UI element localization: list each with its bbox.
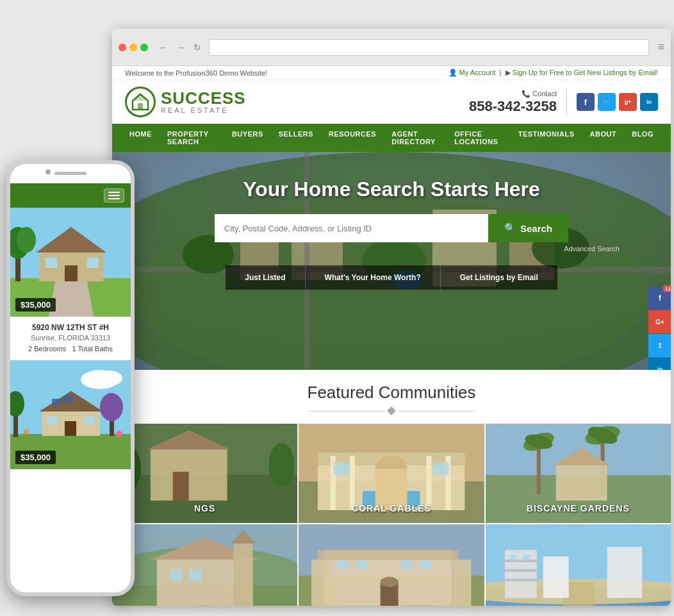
svg-rect-8 xyxy=(45,258,57,268)
phone-app-header xyxy=(10,183,131,208)
svg-rect-9 xyxy=(87,258,99,268)
hamburger-line xyxy=(108,192,120,193)
minimize-button[interactable] xyxy=(129,44,137,51)
svg-point-95 xyxy=(381,577,399,587)
community-cell-5[interactable]: COCONUT CREEK xyxy=(299,524,484,606)
twitter-header-icon[interactable]: 🐦 xyxy=(598,93,616,111)
nav-link-agent-directory[interactable]: AGENT DIRECTORY xyxy=(384,124,447,152)
svg-rect-102 xyxy=(607,547,642,598)
nav-link-resources[interactable]: RESOURCES xyxy=(321,124,384,144)
facebook-count: 11 xyxy=(663,285,671,292)
svg-point-50 xyxy=(268,443,294,488)
nav-item-property-search[interactable]: PROPERTY SEARCH xyxy=(160,124,224,152)
header-social-icons: f 🐦 g+ in xyxy=(577,93,658,111)
community-cell-1[interactable]: NGS xyxy=(112,424,297,523)
community-label-2: CORAL GABLES xyxy=(299,503,484,513)
browser-chrome: ← → ↻ ≡ xyxy=(112,29,671,66)
property-card-1[interactable]: $35,000 5920 NW 12TH ST #H Sunrise, FLOR… xyxy=(10,208,131,359)
address-bar[interactable] xyxy=(209,39,649,56)
community-cell-4[interactable]: ON xyxy=(112,524,297,606)
maximize-button[interactable] xyxy=(140,44,148,51)
twitter-sidebar-icon: t xyxy=(659,341,661,350)
nav-link-blog[interactable]: BLOG xyxy=(624,124,661,144)
search-bar: 🔍 Search xyxy=(215,214,568,242)
nav-item-about[interactable]: ABOUT xyxy=(582,124,625,152)
sidebar-googleplus[interactable]: G+ xyxy=(648,310,671,333)
nav-item-agent-directory[interactable]: AGENT DIRECTORY xyxy=(384,124,447,152)
nav-item-buyers[interactable]: BUYERS xyxy=(224,124,271,152)
svg-marker-29 xyxy=(133,94,148,101)
community-bg-coconut-creek xyxy=(299,524,484,606)
nav-item-testimonials[interactable]: TESTIMONIALS xyxy=(511,124,582,152)
get-listings-button[interactable]: Get Listings by Email xyxy=(441,265,557,290)
nav-link-office-locations[interactable]: OFFICE LOCATIONS xyxy=(447,124,511,152)
nav-link-testimonials[interactable]: TESTIMONIALS xyxy=(511,124,582,144)
featured-communities-title: Featured Communities xyxy=(112,383,671,403)
hero-content: Your Home Search Starts Here 🔍 Search Ad… xyxy=(112,178,671,290)
nav-item-office-locations[interactable]: OFFICE LOCATIONS xyxy=(447,124,511,152)
my-account-link[interactable]: My Account xyxy=(459,69,496,76)
contact-label: Contact xyxy=(532,90,557,97)
svg-rect-89 xyxy=(452,560,472,606)
svg-rect-81 xyxy=(170,569,183,581)
property-card-2[interactable]: $35,000 xyxy=(10,360,131,469)
property-details-1: 2 Bedrooms 1 Total Baths xyxy=(17,345,124,353)
nav-item-home[interactable]: HOME xyxy=(122,124,160,152)
signup-link[interactable]: Sign Up for Free to Get New Listings by … xyxy=(513,69,658,76)
svg-rect-82 xyxy=(189,569,202,581)
fc-divider xyxy=(112,408,671,414)
community-cell-2[interactable]: CORAL GABLES xyxy=(299,424,484,523)
traffic-lights xyxy=(119,44,148,51)
nav-item-resources[interactable]: RESOURCES xyxy=(321,124,384,152)
community-bg-on xyxy=(112,524,297,606)
nav-link-buyers[interactable]: BUYERS xyxy=(224,124,271,144)
community-cell-6[interactable]: RIVIERA BEACH xyxy=(486,524,671,606)
property-info-1: 5920 NW 12TH ST #H Sunrise, FLORIDA 3331… xyxy=(10,317,131,359)
refresh-button[interactable]: ↻ xyxy=(191,41,204,54)
nav-link-about[interactable]: ABOUT xyxy=(582,124,625,144)
phone-content: $35,000 5920 NW 12TH ST #H Sunrise, FLOR… xyxy=(10,164,131,592)
back-button[interactable]: ← xyxy=(156,41,170,54)
communities-grid: NGS xyxy=(112,424,671,606)
browser-nav: ← → ↻ xyxy=(156,41,204,54)
search-button-label: Search xyxy=(520,223,552,234)
svg-rect-105 xyxy=(504,579,538,581)
home-worth-button[interactable]: What's Your Home Worth? xyxy=(306,265,441,290)
logo-name: SUCCESS xyxy=(161,90,246,106)
forward-button[interactable]: → xyxy=(174,41,188,54)
svg-rect-21 xyxy=(65,421,76,436)
advanced-search-link[interactable]: Advanced Search xyxy=(163,245,620,253)
browser-menu-button[interactable]: ≡ xyxy=(657,40,664,54)
svg-rect-72 xyxy=(555,465,607,501)
community-cell-3[interactable]: BISCAYNE GARDENS xyxy=(486,424,671,523)
svg-rect-25 xyxy=(63,395,73,402)
svg-rect-103 xyxy=(504,560,538,562)
hero-title: Your Home Search Starts Here xyxy=(112,178,671,201)
nav-link-sellers[interactable]: SELLERS xyxy=(271,124,321,144)
googleplus-header-icon[interactable]: g+ xyxy=(619,93,637,111)
site-header: SUCCESS REAL ESTATE 📞 Contact 858-342-32… xyxy=(112,80,671,124)
linkedin-header-icon[interactable]: in xyxy=(640,93,658,111)
facebook-header-icon[interactable]: f xyxy=(577,93,595,111)
sidebar-twitter[interactable]: t xyxy=(648,334,671,357)
phone-mockup: $35,000 5920 NW 12TH ST #H Sunrise, FLOR… xyxy=(6,160,135,596)
logo-subtitle: REAL ESTATE xyxy=(161,106,246,114)
sidebar-linkedin[interactable]: in xyxy=(648,358,671,370)
just-listed-button[interactable]: Just Listed xyxy=(226,265,305,290)
close-button[interactable] xyxy=(119,44,126,51)
phone-menu-button[interactable] xyxy=(104,188,124,203)
search-input[interactable] xyxy=(215,214,488,242)
browser-window: ← → ↻ ≡ Welcome to the Profusion360 Demo… xyxy=(112,29,671,606)
hero-quick-links: Just Listed What's Your Home Worth? Get … xyxy=(112,265,671,290)
nav-link-home[interactable]: HOME xyxy=(122,124,160,144)
divider-diamond xyxy=(387,406,396,415)
phone-camera xyxy=(45,169,51,174)
sidebar-facebook[interactable]: f 11 xyxy=(648,287,671,310)
nav-link-property-search[interactable]: PROPERTY SEARCH xyxy=(160,124,224,152)
search-button[interactable]: 🔍 Search xyxy=(488,214,568,242)
nav-item-blog[interactable]: BLOG xyxy=(624,124,661,152)
phone-speaker xyxy=(54,172,86,175)
nav-item-sellers[interactable]: SELLERS xyxy=(271,124,321,152)
divider xyxy=(566,89,567,115)
svg-rect-106 xyxy=(510,555,516,560)
